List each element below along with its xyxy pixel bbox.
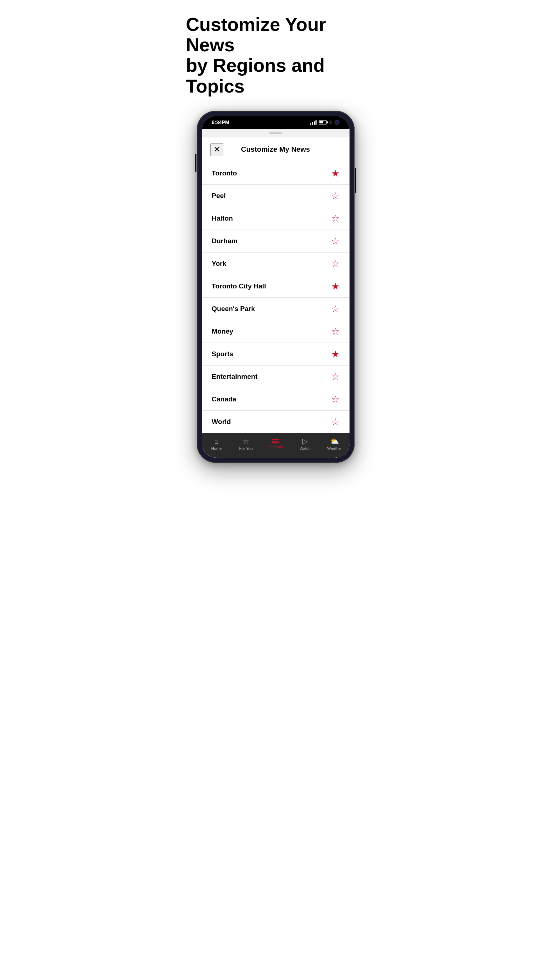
news-label-sports: Sports [212, 350, 233, 358]
news-item-sports[interactable]: Sports★ [202, 343, 349, 366]
battery-fill [319, 121, 323, 123]
news-label-canada: Canada [212, 395, 237, 403]
headline-line2: by Regions and Topics [186, 55, 325, 96]
news-label-toronto: Toronto [212, 169, 237, 177]
news-label-money: Money [212, 328, 233, 336]
phone-screen: 6:34PM [202, 116, 349, 458]
star-nav-icon: ☆ [243, 438, 249, 445]
phone-wrapper: 6:34PM [197, 111, 354, 463]
status-bar: 6:34PM [202, 116, 349, 129]
star-icon-toronto-city-hall[interactable]: ★ [331, 282, 340, 291]
bottom-nav: ⌂Home☆For YouSections▷Watch⛅Weather [202, 433, 349, 458]
nav-item-home[interactable]: ⌂Home [206, 438, 227, 450]
status-icons [310, 120, 340, 125]
news-label-halton: Halton [212, 215, 233, 223]
news-item-canada[interactable]: Canada☆ [202, 388, 349, 411]
news-item-york[interactable]: York☆ [202, 253, 349, 275]
news-item-toronto[interactable]: Toronto★ [202, 162, 349, 185]
nav-label-sections: Sections [268, 445, 283, 449]
news-label-world: World [212, 418, 231, 426]
star-icon-peel[interactable]: ☆ [331, 191, 340, 200]
news-item-money[interactable]: Money☆ [202, 320, 349, 343]
news-item-toronto-city-hall[interactable]: Toronto City Hall★ [202, 275, 349, 298]
signal-icon [310, 120, 316, 125]
news-list: Toronto★Peel☆Halton☆Durham☆York☆Toronto … [202, 162, 349, 433]
news-label-queens-park: Queen's Park [212, 305, 255, 313]
close-button[interactable]: ✕ [210, 143, 223, 156]
app-header: ✕ Customize My News [202, 137, 349, 162]
star-icon-durham[interactable]: ☆ [331, 236, 340, 246]
news-item-halton[interactable]: Halton☆ [202, 207, 349, 230]
nav-label-for-you: For You [239, 446, 253, 450]
sheet-handle [269, 132, 282, 134]
star-icon-toronto[interactable]: ★ [331, 169, 340, 178]
star-icon-world[interactable]: ☆ [331, 417, 340, 426]
home-icon: ⌂ [214, 438, 219, 445]
news-item-queens-park[interactable]: Queen's Park☆ [202, 298, 349, 320]
news-label-toronto-city-hall: Toronto City Hall [212, 282, 266, 290]
camera-small-dot [329, 121, 332, 124]
news-item-peel[interactable]: Peel☆ [202, 185, 349, 207]
nav-item-sections[interactable]: Sections [265, 439, 286, 449]
sections-icon [272, 439, 279, 443]
star-icon-entertainment[interactable]: ☆ [331, 372, 340, 381]
app-content: ✕ Customize My News Toronto★Peel☆Halton☆… [202, 129, 349, 433]
header-title: Customize My News [229, 145, 341, 154]
star-icon-money[interactable]: ☆ [331, 327, 340, 336]
nav-label-watch: Watch [299, 446, 310, 450]
nav-item-for-you[interactable]: ☆For You [235, 438, 257, 450]
status-time: 6:34PM [212, 119, 229, 125]
page-headline: Customize Your News by Regions and Topic… [183, 14, 369, 97]
news-label-durham: Durham [212, 237, 238, 245]
camera-main-dot [335, 120, 340, 125]
news-item-world[interactable]: World☆ [202, 411, 349, 433]
battery-icon [319, 120, 327, 124]
star-icon-york[interactable]: ☆ [331, 259, 340, 268]
news-label-entertainment: Entertainment [212, 373, 258, 380]
star-icon-queens-park[interactable]: ☆ [331, 304, 340, 313]
phone-shell: 6:34PM [197, 111, 354, 463]
sheet-top [202, 129, 349, 137]
star-icon-canada[interactable]: ☆ [331, 395, 340, 404]
weather-icon: ⛅ [330, 438, 339, 445]
news-item-entertainment[interactable]: Entertainment☆ [202, 366, 349, 388]
nav-item-weather[interactable]: ⛅Weather [324, 438, 345, 450]
headline-line1: Customize Your News [186, 14, 326, 55]
nav-item-watch[interactable]: ▷Watch [294, 438, 316, 450]
news-label-york: York [212, 260, 227, 267]
news-item-durham[interactable]: Durham☆ [202, 230, 349, 253]
star-icon-halton[interactable]: ☆ [331, 214, 340, 223]
play-icon: ▷ [302, 438, 308, 445]
nav-label-home: Home [211, 446, 222, 450]
nav-label-weather: Weather [327, 446, 342, 450]
star-icon-sports[interactable]: ★ [331, 349, 340, 359]
camera-notch [329, 120, 340, 125]
news-label-peel: Peel [212, 192, 226, 200]
